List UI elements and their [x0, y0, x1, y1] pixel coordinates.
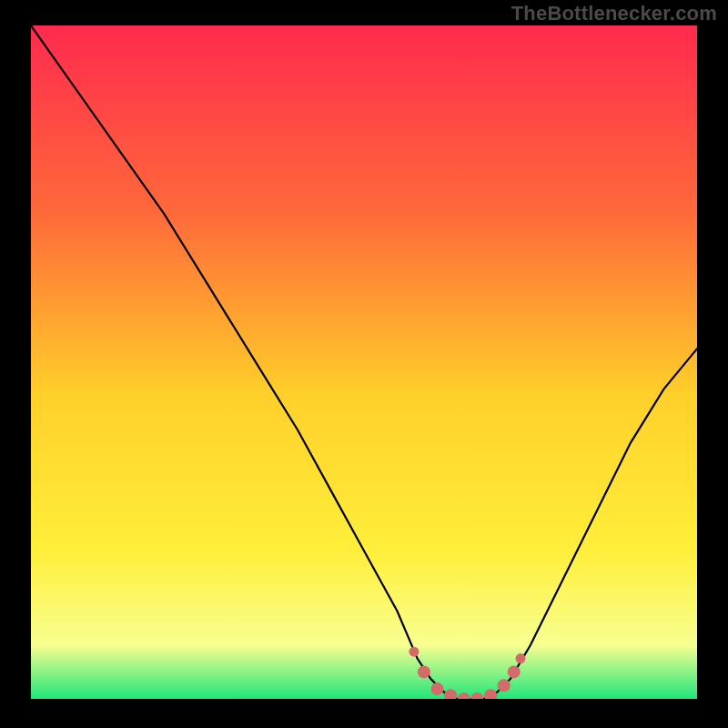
- plot-area: [31, 25, 697, 699]
- marker-dot: [498, 679, 511, 692]
- marker-dot: [431, 682, 444, 695]
- watermark-text: TheBottlenecker.com: [511, 2, 717, 25]
- marker-dot: [418, 665, 430, 678]
- marker-dot: [409, 647, 419, 657]
- marker-dot: [516, 653, 526, 663]
- chart-frame: TheBottlenecker.com: [0, 0, 728, 728]
- marker-dot: [508, 665, 521, 678]
- bottleneck-chart: [31, 25, 697, 699]
- gradient-background: [31, 25, 697, 699]
